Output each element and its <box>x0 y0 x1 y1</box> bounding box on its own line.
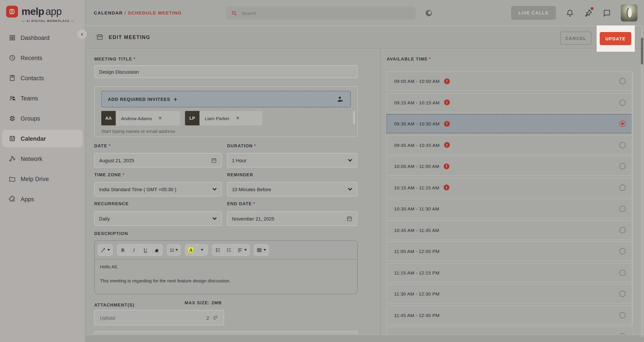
time-slot-option[interactable]: 10:45 AM - 11:45 AM ! <box>387 220 633 240</box>
time-slot-option[interactable]: 11:15 AM - 12:15 PM ! <box>387 263 633 282</box>
font-color-swatch: A <box>188 247 194 252</box>
slot-radio[interactable] <box>620 312 626 318</box>
invitee-chip[interactable]: AA Andrew Adams ✕ <box>101 111 180 126</box>
scrollbar-thumb[interactable] <box>641 38 643 64</box>
sidebar-item-contacts[interactable]: Contacts <box>2 69 83 87</box>
content-area: MEETING TITLE* ADD REQUIRED INVITEES + A… <box>86 49 644 342</box>
add-required-invitees-button[interactable]: ADD REQUIRED INVITEES + <box>101 91 351 108</box>
insert-table-button[interactable] <box>254 244 269 256</box>
max-size-label: MAX SIZE: 2MB <box>184 300 222 306</box>
bullet-list-button[interactable] <box>212 244 224 256</box>
invitee-initials: AA <box>101 111 116 126</box>
plus-icon: + <box>174 96 177 102</box>
sidebar-item-melp-drive[interactable]: Melp Drive <box>2 170 83 188</box>
caret-down-icon <box>244 249 247 251</box>
numbered-list-button[interactable] <box>224 244 235 256</box>
slot-radio[interactable] <box>620 78 626 84</box>
sidebar-item-network[interactable]: Network <box>2 150 83 168</box>
end-date-picker[interactable]: November 21, 2025 <box>227 211 357 226</box>
reminder-select[interactable]: 10 Minutes Before <box>227 182 357 196</box>
slot-radio[interactable] <box>620 142 626 148</box>
invitee-initials: LP <box>185 111 200 126</box>
slot-radio[interactable] <box>620 227 626 233</box>
time-slot-option[interactable]: 10:00 AM - 11:00 AM ! <box>387 156 633 176</box>
font-color-caret-button[interactable] <box>196 244 208 256</box>
upload-button[interactable]: Upload 2 <box>94 310 224 325</box>
chat-icon[interactable] <box>602 8 611 17</box>
format-style-button[interactable] <box>98 244 113 256</box>
chips-scrollbar[interactable] <box>353 111 355 124</box>
cancel-button[interactable]: CANCEL <box>560 32 592 45</box>
slot-radio[interactable] <box>620 99 626 106</box>
sidebar-item-calendar[interactable]: Calendar <box>2 130 83 147</box>
sidebar-item-teams[interactable]: Teams <box>2 90 83 107</box>
bold-button[interactable]: B <box>117 244 128 256</box>
conflict-warning-icon: ! <box>444 184 449 190</box>
sidebar: melpapp — AI DIGITAL WORKPLACE — Dashboa… <box>0 0 86 342</box>
remove-invitee-icon[interactable]: ✕ <box>158 115 167 121</box>
reminder-label: REMINDER <box>227 172 357 178</box>
meeting-form: MEETING TITLE* ADD REQUIRED INVITEES + A… <box>94 49 358 342</box>
italic-button[interactable]: I <box>128 244 140 256</box>
recurrence-label: RECURRENCE <box>94 201 222 206</box>
time-slot-option[interactable]: 10:15 AM - 11:15 AM ! <box>387 178 633 197</box>
slot-radio[interactable] <box>620 248 626 254</box>
time-slot-list: 09:00 AM - 10:00 AM ! 09:15 AM - 10:15 A… <box>387 72 633 342</box>
slot-radio[interactable] <box>620 163 626 169</box>
time-slot-option[interactable]: 11:30 AM - 12:30 PM ! <box>387 284 633 304</box>
time-slot-option[interactable]: 11:45 AM - 12:45 PM ! <box>387 306 633 325</box>
sidebar-item-recents[interactable]: Recents <box>2 49 83 67</box>
breadcrumb-page: SCHEDULE MEETING <box>128 10 182 15</box>
attachment-count: 2 <box>206 315 209 320</box>
notifications-bell-icon[interactable] <box>566 8 574 17</box>
time-zone-select[interactable]: India Standard Time ( GMT +05:30 ) <box>94 182 222 196</box>
font-color-button[interactable]: A <box>185 244 196 256</box>
time-slot-option[interactable]: 09:45 AM - 10:45 AM ! <box>387 135 633 154</box>
calendar-icon <box>346 216 352 222</box>
time-slot-option[interactable]: 10:30 AM - 11:30 AM ! <box>387 199 633 218</box>
meeting-title-input[interactable] <box>94 65 358 78</box>
chevron-down-icon <box>212 188 217 191</box>
invitee-typeahead-placeholder[interactable]: Start typing names or email address <box>101 128 351 134</box>
numbered-list-icon <box>226 247 232 253</box>
time-slot-option[interactable]: 09:15 AM - 10:15 AM ! <box>387 93 633 112</box>
slot-radio[interactable] <box>620 184 626 190</box>
slot-radio[interactable] <box>620 270 626 276</box>
align-button[interactable] <box>235 244 250 256</box>
underline-button[interactable]: U <box>140 244 151 256</box>
breadcrumb-section[interactable]: CALENDAR <box>94 10 123 15</box>
time-slot-option[interactable]: 09:00 AM - 10:00 AM ! <box>387 72 633 91</box>
window-scrollbar[interactable] <box>641 26 643 337</box>
recurrence-select[interactable]: Daily <box>94 211 222 226</box>
invitee-chip[interactable]: LP Liam Parker ✕ <box>185 111 262 126</box>
slot-radio[interactable] <box>620 206 626 212</box>
sidebar-item-apps[interactable]: Apps <box>2 190 83 208</box>
align-left-icon <box>238 247 243 253</box>
sidebar-item-groups[interactable]: Groups <box>2 110 83 127</box>
date-picker[interactable]: August 21, 2025 <box>94 153 222 168</box>
slot-list-scrollbar[interactable] <box>632 72 633 324</box>
calendar-icon <box>211 157 217 163</box>
pin-icon[interactable] <box>584 8 593 17</box>
time-slot-option[interactable]: 09:30 AM - 10:30 AM ! <box>387 114 633 133</box>
live-calls-button[interactable]: LIVE CALLS <box>511 6 556 20</box>
slot-radio[interactable] <box>620 120 626 127</box>
sidebar-item-dashboard[interactable]: Dashboard <box>2 29 83 46</box>
duration-select[interactable]: 1 Hour <box>227 153 357 168</box>
app-logo[interactable]: melpapp <box>6 6 62 18</box>
user-avatar[interactable] <box>621 4 638 22</box>
update-button[interactable]: UPDATE <box>600 32 631 45</box>
search-input[interactable] <box>242 10 410 16</box>
sidebar-collapse-button[interactable]: ‹ <box>77 30 87 39</box>
clear-format-button[interactable] <box>151 244 163 256</box>
description-text[interactable]: Hello All, This meeting is regarding for… <box>95 260 357 288</box>
search-icon <box>231 10 237 16</box>
font-size-select[interactable]: 11 <box>167 244 181 256</box>
theme-toggle-icon[interactable] <box>424 9 433 18</box>
app-tagline: — AI DIGITAL WORKPLACE — <box>22 19 74 22</box>
search-box[interactable] <box>226 6 416 20</box>
slot-radio[interactable] <box>620 291 626 297</box>
remove-invitee-icon[interactable]: ✕ <box>236 115 245 121</box>
available-time-panel: AVAILABLE TIME* 09:00 AM - 10:00 AM ! 09… <box>387 49 633 342</box>
time-slot-option[interactable]: 11:00 AM - 12:00 PM ! <box>387 242 633 261</box>
